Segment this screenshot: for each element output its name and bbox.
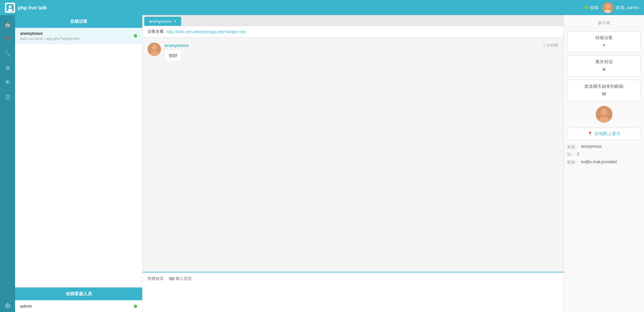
message-sender: anonymous xyxy=(164,43,189,48)
message-header: anonymous 1 分钟前 xyxy=(164,43,558,48)
transfer-visitor-label: 转移访客 xyxy=(595,35,613,41)
label-id: ID： xyxy=(567,152,575,158)
map-button[interactable]: 📍 在地图上显示 xyxy=(567,128,641,140)
leave-conversation-button[interactable]: 离开对话 ✕ xyxy=(567,55,641,76)
visitor-item-text: anonymous kefu.rym.best/../app.php?widge… xyxy=(20,31,134,41)
nav-power[interactable]: ⏻ xyxy=(1,299,14,312)
svg-point-11 xyxy=(601,109,607,115)
right-panel-header: 参与者 xyxy=(567,18,641,28)
chat-input-toolbar: 快捷短语 ⌨ 输入信息 xyxy=(148,276,558,282)
agent-name: admin xyxy=(20,304,32,309)
chat-input[interactable] xyxy=(148,284,558,308)
detail-row-id: ID： 2 xyxy=(567,151,641,159)
map-label: 在地图上显示 xyxy=(594,131,621,137)
visitor-details: 标题： anonymous ID： 2 邮箱： no@e.mail.provid… xyxy=(567,143,641,166)
shortcuts-btn[interactable]: 快捷短语 xyxy=(148,276,164,282)
plus-icon: + xyxy=(602,42,605,48)
header: php live talk 在线 欢迎, admin xyxy=(0,0,644,15)
map-pin-icon: 📍 xyxy=(587,131,593,136)
avatar xyxy=(602,2,613,13)
visitor-url-bar: 访客在看: http://kefu.rym.best/php/app.php?w… xyxy=(143,26,564,38)
chat-area: anonymous ✕ 访客在看: http://kefu.rym.best/p… xyxy=(143,15,564,312)
send-transcript-button[interactable]: 发送聊天副本到邮箱 ✉ xyxy=(567,80,641,101)
input-label: 输入信息 xyxy=(176,276,192,282)
svg-point-2 xyxy=(8,9,12,11)
message-time: 1 分钟前 xyxy=(543,43,558,48)
chat-tabs: anonymous ✕ xyxy=(143,15,564,26)
tab-close-icon[interactable]: ✕ xyxy=(173,19,176,23)
value-name: anonymous xyxy=(581,144,602,150)
detail-row-email: 邮箱： no@e.mail.provided xyxy=(567,159,641,166)
send-transcript-label: 发送聊天副本到邮箱 xyxy=(584,83,624,89)
visitor-online-indicator xyxy=(134,34,137,38)
nav-home[interactable]: 🏠 xyxy=(1,18,14,31)
x-icon: ✕ xyxy=(602,66,606,73)
message-avatar xyxy=(148,43,161,56)
visitor-list: anonymous kefu.rym.best/../app.php?widge… xyxy=(15,28,142,287)
list-item[interactable]: anonymous kefu.rym.best/../app.php?widge… xyxy=(15,28,142,44)
message-bubble: 你好 xyxy=(164,50,182,62)
nav-settings-cog[interactable]: ⚙ xyxy=(1,62,14,74)
svg-point-1 xyxy=(9,5,11,8)
online-status: 在线 xyxy=(585,5,598,11)
nav-tools[interactable]: 🔧 xyxy=(1,47,14,60)
label-name: 标题： xyxy=(567,144,579,150)
visitor-url-link[interactable]: http://kefu.rym.best/php/app.php?widget-… xyxy=(166,29,246,34)
tab-label: anonymous xyxy=(149,19,171,24)
main-layout: 🏠 📍 🔧 ⚙ 👁 ☰ ⏻ 在线访客 anonymous kefu.rym.be… xyxy=(0,15,644,312)
list-item: admin xyxy=(15,300,142,312)
visitor-url-label: 访客在看: xyxy=(148,29,165,35)
agent-online-indicator xyxy=(134,305,137,308)
keyboard-icon: ⌨ xyxy=(169,276,174,281)
input-label-btn[interactable]: ⌨ 输入信息 xyxy=(169,276,192,282)
value-id: 2 xyxy=(577,152,579,158)
visitor-name: anonymous xyxy=(20,31,134,36)
sidebar: 在线访客 anonymous kefu.rym.best/../app.php?… xyxy=(15,15,143,312)
visitor-avatar xyxy=(596,106,612,123)
admin-name: admin xyxy=(627,5,639,10)
visitor-avatar-container xyxy=(567,106,641,123)
admin-info: 欢迎, admin xyxy=(602,2,639,13)
chat-messages: anonymous 1 分钟前 你好 xyxy=(143,38,564,272)
nav-list[interactable]: ☰ xyxy=(1,90,14,103)
message-item: anonymous 1 分钟前 你好 xyxy=(148,43,558,62)
detail-row-name: 标题： anonymous xyxy=(567,143,641,151)
nav-location[interactable]: 📍 xyxy=(1,33,14,46)
label-email: 邮箱： xyxy=(567,160,579,165)
value-email: no@e.mail.provided xyxy=(581,160,617,165)
welcome-text: 欢迎, admin xyxy=(616,5,639,11)
leave-conversation-label: 离开对话 xyxy=(595,59,613,65)
email-icon: ✉ xyxy=(602,91,606,97)
app-title: php live talk xyxy=(18,5,47,10)
chat-input-area: 快捷短语 ⌨ 输入信息 xyxy=(143,272,564,312)
welcome-label: 欢迎, xyxy=(616,5,626,10)
svg-point-8 xyxy=(152,45,157,50)
logo: php live talk xyxy=(5,3,47,13)
right-panel: 参与者 转移访客 + 离开对话 ✕ 发送聊天副本到邮箱 ✉ 📍 在地图上 xyxy=(564,15,644,312)
shortcuts-label: 快捷短语 xyxy=(148,276,164,282)
header-right: 在线 欢迎, admin xyxy=(585,2,639,13)
nav-view[interactable]: 👁 xyxy=(1,76,14,89)
agents-section: 在线客服人员 admin xyxy=(15,287,142,312)
online-visitors-header: 在线访客 xyxy=(15,15,142,28)
agents-header: 在线客服人员 xyxy=(15,288,142,300)
logo-icon xyxy=(5,3,15,13)
visitor-url: kefu.rym.best/../app.php?widget-test xyxy=(20,37,134,41)
status-dot xyxy=(585,6,588,9)
svg-point-6 xyxy=(606,5,610,8)
status-label: 在线 xyxy=(590,5,598,11)
left-nav: 🏠 📍 🔧 ⚙ 👁 ☰ ⏻ xyxy=(0,15,15,312)
transfer-visitor-button[interactable]: 转移访客 + xyxy=(567,31,641,52)
chat-tab-anonymous[interactable]: anonymous ✕ xyxy=(144,17,181,26)
message-content: anonymous 1 分钟前 你好 xyxy=(164,43,558,62)
